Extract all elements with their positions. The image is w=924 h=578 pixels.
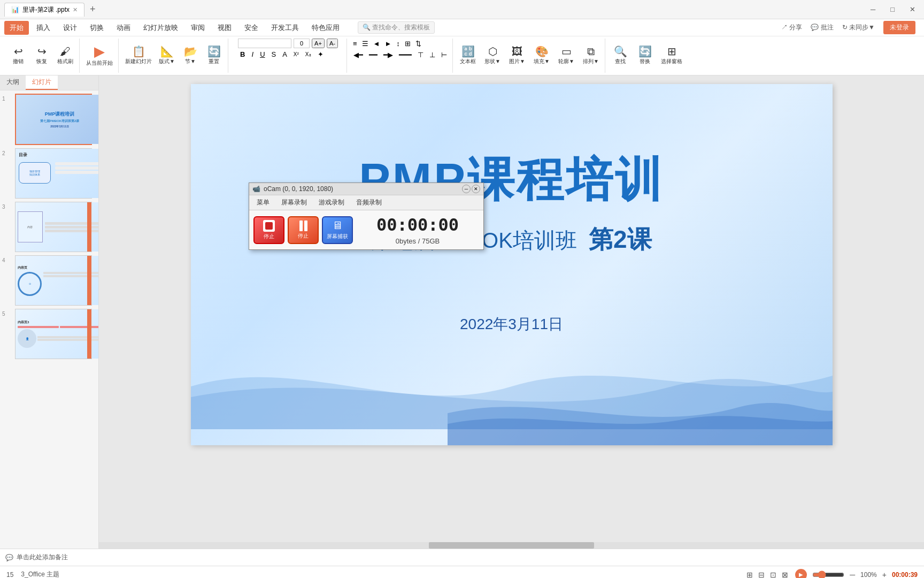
bullets-button[interactable]: ≡ <box>351 39 359 49</box>
ribbon-tab-review[interactable]: 审阅 <box>186 21 210 35</box>
thumb-preview-3[interactable]: 内容 <box>15 202 92 252</box>
italic-button[interactable]: I <box>250 49 256 59</box>
slide-count-display: 15 <box>6 571 13 579</box>
font-family-input[interactable] <box>238 39 291 48</box>
slide-thumbnail-4[interactable]: 4 内容页 ⊙ <box>12 255 95 306</box>
document-tab[interactable]: 📊 里讲-第2课 .pptx ✕ <box>4 3 84 17</box>
view-slideshow-button[interactable]: ⊠ <box>780 569 790 579</box>
slide-area[interactable]: PMP课程培训 第七届PMBOK培训班 第2课 2022年3月11日 📹 oCa… <box>99 75 924 549</box>
login-button[interactable]: 未登录 <box>883 21 915 34</box>
text-box-button[interactable]: 🔡文本框 <box>457 45 479 66</box>
shadow-button[interactable]: A <box>280 49 289 59</box>
outline-button[interactable]: ▭轮廓▼ <box>556 45 577 66</box>
ribbon-tab-design[interactable]: 设计 <box>58 21 82 35</box>
find-button[interactable]: 🔍查找 <box>610 45 631 66</box>
share-button[interactable]: ↗ 分享 <box>781 23 802 32</box>
comment-button[interactable]: 💬 批注 <box>811 23 833 32</box>
ribbon-tab-view[interactable]: 视图 <box>212 21 237 35</box>
replace-button[interactable]: 🔄替换 <box>634 45 656 66</box>
view-slide-sorter-button[interactable]: ⊟ <box>757 569 766 579</box>
zoom-plus[interactable]: + <box>882 571 887 579</box>
slide-thumbnail-3[interactable]: 3 内容 <box>12 202 95 252</box>
font-size-input[interactable] <box>294 39 310 48</box>
ocam-menu-file[interactable]: 菜单 <box>251 196 275 209</box>
section-button[interactable]: 📂节▼ <box>180 45 201 66</box>
view-normal-button[interactable]: ⊞ <box>745 569 754 579</box>
ocam-close-button[interactable]: ✕ <box>472 185 480 193</box>
view-reading-button[interactable]: ⊡ <box>768 569 778 579</box>
ribbon-tab-insert[interactable]: 插入 <box>31 21 56 35</box>
thumb-preview-2[interactable]: 目录 项目管理知识体系 <box>15 148 92 199</box>
close-button[interactable]: ✕ <box>905 4 920 14</box>
underline-button[interactable]: U <box>258 49 267 59</box>
minimize-button[interactable]: ─ <box>866 4 880 14</box>
align-left-button[interactable]: ◀━ <box>351 50 365 60</box>
column-button[interactable]: ⊞ <box>403 39 412 49</box>
zoom-slider[interactable] <box>812 571 844 579</box>
slide-thumbnail-5[interactable]: 5 内容页3 👤 <box>12 309 95 359</box>
ocam-menu-screen[interactable]: 屏幕录制 <box>276 196 312 209</box>
image-button[interactable]: 🖼图片▼ <box>506 45 528 66</box>
reset-button[interactable]: 🔄重置 <box>203 45 225 66</box>
sync-button[interactable]: ↻ 未同步▼ <box>842 23 875 32</box>
sidebar-tab-outline[interactable]: 大纲 <box>0 75 26 90</box>
format-brush-button[interactable]: 🖌格式刷 <box>55 45 76 66</box>
ocam-capture-button[interactable]: 🖥 屏幕捕获 <box>322 216 353 244</box>
align-center-button[interactable]: ━━ <box>367 50 380 60</box>
undo-button[interactable]: ↩撤销 <box>7 45 29 66</box>
sidebar-tab-slides[interactable]: 幻灯片 <box>26 75 58 90</box>
font-size-increase[interactable]: A+ <box>312 39 325 48</box>
redo-button[interactable]: ↪恢复 <box>31 45 52 66</box>
font-size-decrease[interactable]: A- <box>327 39 338 48</box>
ocam-stop-record-button[interactable]: 停止 <box>253 216 284 244</box>
clear-format-button[interactable]: ✦ <box>315 49 326 59</box>
ribbon-tab-developer[interactable]: 开发工具 <box>266 21 304 35</box>
horizontal-scrollbar[interactable] <box>99 542 924 549</box>
zoom-minus[interactable]: ─ <box>850 571 855 579</box>
tab-close-btn[interactable]: ✕ <box>73 6 78 13</box>
indent-increase[interactable]: ► <box>383 39 393 49</box>
line-spacing-button[interactable]: ↕ <box>395 39 402 49</box>
ribbon: 开始 插入 设计 切换 动画 幻灯片放映 审阅 视图 安全 开发工具 特色应用 … <box>0 19 924 75</box>
vertical-bot-button[interactable]: ⊢ <box>439 50 449 60</box>
select-pane-button[interactable]: ⊞选择窗格 <box>659 45 684 66</box>
search-box[interactable]: 🔍 查找命令、搜索模板 <box>358 21 435 34</box>
ribbon-tab-animations[interactable]: 动画 <box>111 21 136 35</box>
justify-button[interactable]: ━━━ <box>397 50 414 60</box>
vertical-top-button[interactable]: ⊤ <box>415 50 426 60</box>
layout-button[interactable]: 📐版式▼ <box>156 45 178 66</box>
strikethrough-button[interactable]: S <box>270 49 279 59</box>
restore-button[interactable]: □ <box>886 4 899 14</box>
thumb-preview-5[interactable]: 内容页3 👤 <box>15 309 92 359</box>
new-tab-button[interactable]: + <box>87 4 99 15</box>
ocam-menu-audio[interactable]: 音频录制 <box>351 196 387 209</box>
bold-button[interactable]: B <box>238 49 247 59</box>
arrange-button[interactable]: ⧉排列▼ <box>580 45 602 66</box>
fill-button[interactable]: 🎨填充▼ <box>531 45 552 66</box>
ribbon-tab-features[interactable]: 特色应用 <box>306 21 345 35</box>
ribbon-tab-security[interactable]: 安全 <box>239 21 264 35</box>
slide-number-2: 2 <box>2 150 5 156</box>
thumb-preview-1[interactable]: PMP课程培训 第七届PMBOK培训班第2课 2022年3月11日 <box>15 94 92 145</box>
slide-thumbnail-1[interactable]: 1 PMP课程培训 第七届PMBOK培训班第2课 2022年3月11日 <box>12 94 95 145</box>
superscript-button[interactable]: X² <box>291 50 301 58</box>
subscript-button[interactable]: X₂ <box>303 50 313 58</box>
thumb-preview-4[interactable]: 内容页 ⊙ <box>15 255 92 306</box>
indent-decrease[interactable]: ◄ <box>372 39 382 49</box>
shapes-button[interactable]: ⬡形状▼ <box>482 45 503 66</box>
ribbon-tab-slideshow[interactable]: 幻灯片放映 <box>138 21 183 35</box>
slide-thumbnail-2[interactable]: 2 目录 项目管理知识体系 <box>12 148 95 199</box>
vertical-mid-button[interactable]: ⊥ <box>427 50 437 60</box>
ocam-menu-game[interactable]: 游戏录制 <box>313 196 350 209</box>
align-right-button[interactable]: ━▶ <box>381 50 395 60</box>
ribbon-tab-start[interactable]: 开始 <box>4 21 29 35</box>
text-direction-button[interactable]: ⇅ <box>414 39 423 49</box>
ribbon-tab-transitions[interactable]: 切换 <box>84 21 109 35</box>
new-slide-button[interactable]: 📋新建幻灯片 <box>123 45 154 66</box>
play-button[interactable]: ▶ <box>795 569 807 579</box>
comment-placeholder[interactable]: 单击此处添加备注 <box>17 553 68 562</box>
ocam-pause-button[interactable]: 停止 <box>288 216 319 244</box>
ocam-minimize-button[interactable]: ─ <box>462 185 471 193</box>
play-from-current-button[interactable]: ▶从当前开始 <box>84 43 115 68</box>
numbering-button[interactable]: ☰ <box>360 39 370 49</box>
